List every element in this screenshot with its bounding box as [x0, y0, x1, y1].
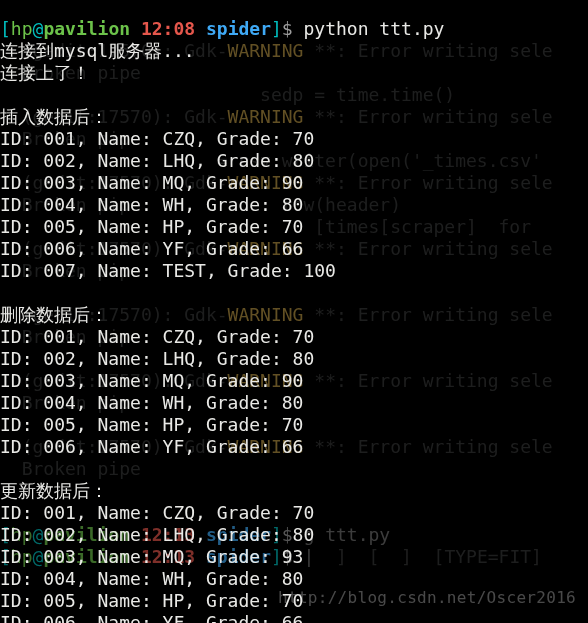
section-title-insert: 插入数据后： — [0, 106, 108, 127]
data-row: ID: 001, Name: CZQ, Grade: 70 — [0, 128, 314, 149]
terminal[interactable]: (gedit:17570): Gdk-WARNING **: Error wri… — [0, 0, 588, 623]
watermark: http://blog.csdn.net/Oscer2016 — [278, 587, 576, 609]
data-row: ID: 002, Name: LHQ, Grade: 80 — [0, 150, 314, 171]
data-row: ID: 004, Name: WH, Grade: 80 — [0, 194, 303, 215]
prompt-open-bracket: [ — [0, 18, 11, 39]
data-row: ID: 004, Name: WH, Grade: 80 — [0, 568, 303, 589]
data-row: ID: 003, Name: MQ, Grade: 90 — [0, 172, 303, 193]
prompt-at: @ — [33, 18, 44, 39]
prompt-time: 12:08 — [141, 18, 195, 39]
prompt-close-bracket: ] — [271, 18, 282, 39]
data-row: ID: 002, Name: LHQ, Grade: 80 — [0, 524, 314, 545]
section-title-update: 更新数据后： — [0, 480, 108, 501]
terminal-output: [hp@pavilion 12:08 spider]$ python ttt.p… — [0, 18, 588, 623]
prompt-dir: spider — [206, 18, 271, 39]
prompt-host: pavilion — [43, 18, 130, 39]
command-text: python ttt.py — [293, 18, 445, 39]
data-row: ID: 005, Name: HP, Grade: 70 — [0, 590, 303, 611]
prompt-dollar: $ — [282, 18, 293, 39]
data-row: ID: 001, Name: CZQ, Grade: 70 — [0, 502, 314, 523]
prompt-line[interactable]: [hp@pavilion 12:08 spider]$ python ttt.p… — [0, 18, 444, 39]
prompt-user: hp — [11, 18, 33, 39]
data-row: ID: 006, Name: YF, Grade: 66 — [0, 612, 303, 623]
data-row: ID: 003, Name: MQ, Grade: 90 — [0, 370, 303, 391]
data-row: ID: 006, Name: YF, Grade: 66 — [0, 436, 303, 457]
section-title-delete: 删除数据后： — [0, 304, 108, 325]
data-row: ID: 007, Name: TEST, Grade: 100 — [0, 260, 336, 281]
data-row: ID: 002, Name: LHQ, Grade: 80 — [0, 348, 314, 369]
data-row: ID: 006, Name: YF, Grade: 66 — [0, 238, 303, 259]
output-line: 连接到mysql服务器... — [0, 40, 195, 61]
data-row: ID: 004, Name: WH, Grade: 80 — [0, 392, 303, 413]
output-line: 连接上了！ — [0, 62, 90, 83]
data-row: ID: 005, Name: HP, Grade: 70 — [0, 414, 303, 435]
data-row: ID: 005, Name: HP, Grade: 70 — [0, 216, 303, 237]
data-row: ID: 003, Name: MQ, Grade: 93 — [0, 546, 303, 567]
data-row: ID: 001, Name: CZQ, Grade: 70 — [0, 326, 314, 347]
